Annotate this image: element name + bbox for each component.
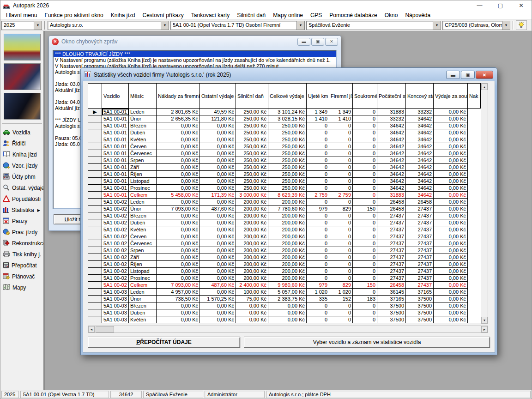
table-cell[interactable]: 0 xyxy=(329,302,353,309)
table-cell[interactable]: 0 xyxy=(329,254,353,261)
table-cell[interactable]: 34642 xyxy=(377,171,406,178)
table-cell[interactable]: 0 xyxy=(307,212,329,219)
table-cell[interactable]: 5A1 00-01 xyxy=(102,192,129,199)
table-cell[interactable]: 0 xyxy=(329,275,353,282)
horizontal-scroll-thumb[interactable] xyxy=(96,326,114,332)
table-cell[interactable]: 34642 xyxy=(377,129,406,136)
menu-item-3[interactable]: Cestovní příkazy xyxy=(139,11,187,19)
table-cell[interactable]: 0,00 Kč xyxy=(434,296,468,302)
year-combo[interactable]: 2025▼ xyxy=(1,21,42,30)
table-cell[interactable]: 200,00 Kč xyxy=(236,268,268,275)
sidebar-item-mapy[interactable]: Mapy xyxy=(2,282,42,293)
table-cell[interactable]: 0,00 Kč xyxy=(434,115,468,122)
sidebar-item-účty-phm[interactable]: Účty phm xyxy=(2,171,42,182)
table-cell[interactable]: 5A1 00-02 xyxy=(102,282,129,289)
row-selector[interactable] xyxy=(88,316,102,323)
table-cell[interactable]: Květen xyxy=(129,316,157,323)
table-cell[interactable]: 0 xyxy=(353,247,377,254)
table-cell[interactable]: 3 000,00 Kč xyxy=(236,192,268,199)
table-cell[interactable]: 75,00 Kč xyxy=(236,296,268,302)
table-cell[interactable]: 27437 xyxy=(406,261,434,268)
table-cell[interactable]: 0 xyxy=(307,171,329,178)
table-cell[interactable]: 5A1 00-01 xyxy=(102,157,129,164)
table-cell[interactable]: 0 xyxy=(307,254,329,261)
table-cell[interactable]: 738,50 Kč xyxy=(157,296,200,302)
table-cell[interactable]: Březen xyxy=(129,122,157,129)
table-cell[interactable]: 0,00 Kč xyxy=(157,143,200,150)
chevron-down-icon[interactable]: ▼ xyxy=(433,21,441,30)
table-cell[interactable]: 34642 xyxy=(377,164,406,171)
table-cell[interactable]: 0,00 Kč xyxy=(268,316,307,323)
table-cell[interactable]: 37500 xyxy=(377,302,406,309)
table-cell[interactable]: 0,00 Kč xyxy=(200,302,236,309)
table-cell[interactable]: Únor xyxy=(129,206,157,212)
table-cell[interactable]: 200,00 Kč xyxy=(268,219,307,226)
table-cell[interactable]: 0,00 Kč xyxy=(200,254,236,261)
row-selector[interactable] xyxy=(88,254,102,261)
table-cell[interactable]: 33232 xyxy=(377,115,406,122)
row-selector[interactable] xyxy=(88,136,102,143)
table-cell[interactable]: 0 xyxy=(329,185,353,192)
table-cell[interactable]: 200,00 Kč xyxy=(236,261,268,268)
close-button[interactable]: ✕ xyxy=(511,0,532,11)
table-cell[interactable]: 27437 xyxy=(377,233,406,240)
table-cell[interactable]: 0 xyxy=(353,157,377,164)
table-cell[interactable]: 1 349 xyxy=(329,109,353,115)
table-cell[interactable]: 0,00 Kč xyxy=(157,136,200,143)
table-cell[interactable]: 250,00 Kč xyxy=(236,136,268,143)
table-cell[interactable]: 200,00 Kč xyxy=(236,247,268,254)
table-cell[interactable]: 200,00 Kč xyxy=(236,275,268,282)
table-cell[interactable]: 0 xyxy=(353,226,377,233)
table-cell[interactable]: 250,00 Kč xyxy=(236,178,268,185)
table-cell[interactable]: Leden xyxy=(129,289,157,296)
table-cell[interactable]: 0,00 Kč xyxy=(200,164,236,171)
table-cell[interactable]: 335 xyxy=(307,296,329,302)
table-cell[interactable]: 150 xyxy=(353,206,377,212)
table-cell[interactable]: 250,00 Kč xyxy=(268,143,307,150)
lightbulb-icon[interactable] xyxy=(516,20,527,30)
table-cell[interactable]: 0,00 Kč xyxy=(157,302,200,309)
stats-close-button[interactable]: ✕ xyxy=(476,71,493,79)
table-cell[interactable]: 250,00 Kč xyxy=(236,129,268,136)
table-cell[interactable]: 0,00 Kč xyxy=(200,219,236,226)
table-cell[interactable]: 5A1 00-03 xyxy=(102,309,129,316)
table-cell[interactable]: 979 xyxy=(307,282,329,289)
table-cell[interactable]: 37165 xyxy=(377,296,406,302)
row-selector[interactable] xyxy=(88,157,102,164)
table-cell[interactable]: 5A1 00-01 xyxy=(102,164,129,171)
table-cell[interactable]: 0,00 Kč xyxy=(157,212,200,219)
table-cell[interactable]: 0 xyxy=(353,254,377,261)
menu-item-7[interactable]: GPS xyxy=(307,11,326,19)
table-cell[interactable]: 250,00 Kč xyxy=(268,150,307,157)
menu-item-6[interactable]: Mapy online xyxy=(269,11,307,19)
table-cell[interactable]: 0,00 Kč xyxy=(200,247,236,254)
table-cell[interactable]: 200,00 Kč xyxy=(268,199,307,206)
table-cell[interactable]: 0 xyxy=(329,164,353,171)
table-cell[interactable]: Srpen xyxy=(129,247,157,254)
table-cell[interactable]: 0,00 Kč xyxy=(157,178,200,185)
row-selector[interactable] xyxy=(88,185,102,192)
table-cell[interactable]: 0,00 Kč xyxy=(434,178,468,185)
table-cell[interactable]: 200,00 Kč xyxy=(268,226,307,233)
table-cell[interactable]: 3 101,24 Kč xyxy=(268,109,307,115)
table-cell[interactable]: 250,00 Kč xyxy=(268,171,307,178)
row-selector[interactable] xyxy=(88,289,102,296)
table-cell[interactable]: 250,00 Kč xyxy=(236,143,268,150)
table-cell[interactable]: 150 xyxy=(353,282,377,289)
menu-item-8[interactable]: Pomocné databáze xyxy=(326,11,381,19)
row-selector[interactable] xyxy=(88,219,102,226)
table-cell[interactable]: 5 057,00 Kč xyxy=(268,289,307,296)
table-cell[interactable]: 27437 xyxy=(406,282,434,289)
table-cell[interactable]: 0,00 Kč xyxy=(157,226,200,233)
table-cell[interactable]: 2 759 xyxy=(329,192,353,199)
table-cell[interactable]: 27437 xyxy=(406,233,434,240)
table-cell[interactable]: Prosinec xyxy=(129,185,157,192)
table-cell[interactable]: 37165 xyxy=(406,289,434,296)
table-cell[interactable]: Duben xyxy=(129,129,157,136)
table-cell[interactable]: 0,00 Kč xyxy=(200,309,236,316)
table-cell[interactable]: 200,00 Kč xyxy=(236,219,268,226)
table-cell[interactable]: 0,00 Kč xyxy=(200,233,236,240)
table-cell[interactable]: 34642 xyxy=(377,136,406,143)
table-cell[interactable]: 0,00 Kč xyxy=(157,254,200,261)
table-cell[interactable]: 0,00 Kč xyxy=(157,233,200,240)
